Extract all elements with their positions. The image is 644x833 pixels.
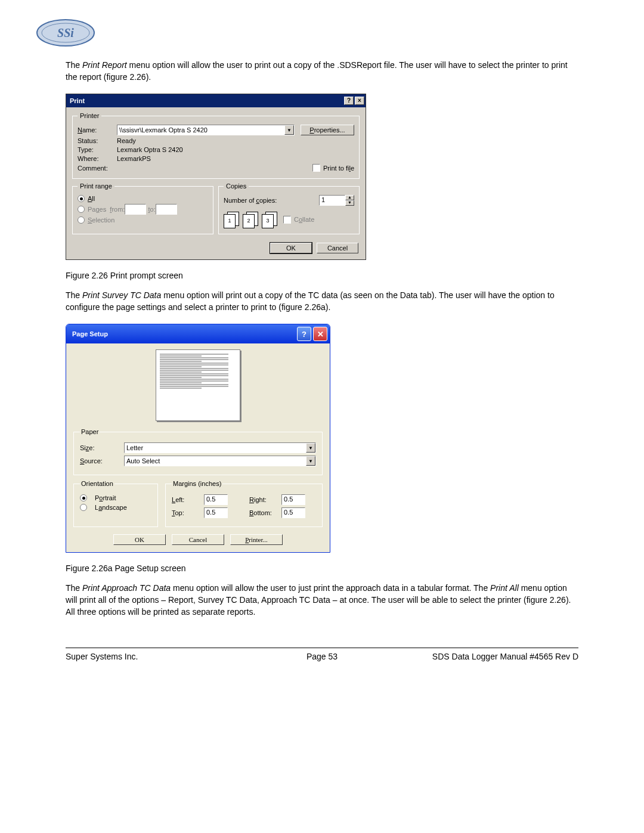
from-label: from: bbox=[110, 206, 125, 213]
right-input[interactable]: 0.5 bbox=[281, 494, 305, 505]
source-label: Source: bbox=[80, 457, 119, 465]
text: The bbox=[66, 290, 82, 300]
cancel-button[interactable]: Cancel bbox=[317, 243, 358, 253]
landscape-label: Landscape bbox=[95, 504, 127, 511]
text-emphasis: Print Approach TC Data bbox=[82, 583, 173, 593]
paper-source-combo[interactable]: Auto Select ▼ bbox=[124, 456, 316, 466]
comment-label: Comment: bbox=[78, 165, 117, 172]
top-label: Top: bbox=[172, 509, 199, 516]
range-all-label: All bbox=[88, 195, 95, 202]
paper-size-combo[interactable]: Letter ▼ bbox=[124, 442, 316, 453]
paragraph-3: The Print Approach TC Data menu option w… bbox=[66, 583, 578, 618]
print-range-group: Print range All Pages from: to: bbox=[72, 182, 213, 234]
print-dialog: Print ? × Printer Name: \\ssisvr\Lexmark… bbox=[66, 94, 366, 260]
text: The bbox=[66, 60, 82, 70]
help-icon[interactable]: ? bbox=[297, 327, 311, 341]
properties-button[interactable]: Properties... bbox=[301, 125, 354, 135]
margins-group: Margins (inches) Left: 0.5 Right: 0.5 To… bbox=[165, 480, 323, 527]
text-emphasis: Print Survey TC Data bbox=[82, 290, 161, 300]
collate-label: Collate bbox=[294, 216, 314, 223]
help-icon[interactable]: ? bbox=[344, 97, 354, 105]
where-value: LexmarkPS bbox=[117, 155, 151, 162]
ok-button[interactable]: OK bbox=[270, 243, 312, 253]
paragraph-1: The Print Report menu option will allow … bbox=[66, 60, 578, 83]
footer-left: Super Systems Inc. bbox=[66, 652, 237, 661]
collate-icon: 11 22 33 bbox=[224, 212, 277, 227]
status-value: Ready bbox=[117, 137, 136, 144]
right-label: Right: bbox=[249, 496, 277, 503]
text-emphasis: Print All bbox=[490, 583, 519, 593]
printer-button[interactable]: Printer... bbox=[230, 534, 283, 545]
collate-checkbox bbox=[283, 216, 291, 224]
spin-down-icon[interactable]: ▼ bbox=[345, 200, 354, 206]
num-copies-label: Number of copies: bbox=[224, 197, 319, 204]
dialog-title: Page Setup bbox=[72, 330, 108, 337]
where-label: Where: bbox=[78, 155, 117, 162]
landscape-radio[interactable] bbox=[80, 504, 87, 511]
chevron-down-icon[interactable]: ▼ bbox=[306, 456, 315, 466]
print-to-file-label: Print to file bbox=[323, 165, 354, 172]
copies-spinner[interactable]: 1 ▲ ▼ bbox=[319, 195, 354, 206]
company-logo: SSi bbox=[36, 18, 578, 48]
to-input[interactable] bbox=[156, 204, 177, 215]
close-icon[interactable]: × bbox=[355, 97, 364, 105]
cancel-button[interactable]: Cancel bbox=[172, 534, 224, 545]
copies-value[interactable]: 1 bbox=[319, 195, 345, 206]
page-preview bbox=[156, 349, 240, 421]
left-input[interactable]: 0.5 bbox=[204, 494, 228, 505]
from-input[interactable] bbox=[125, 204, 146, 215]
copies-legend: Copies bbox=[224, 182, 249, 190]
text: menu option will allow the user to just … bbox=[173, 583, 490, 593]
dialog-title: Print bbox=[70, 97, 85, 104]
range-pages-label: Pages bbox=[88, 206, 110, 213]
page-footer: Super Systems Inc. Page 53 SDS Data Logg… bbox=[66, 652, 578, 661]
printer-name-value: \\ssisvr\Lexmark Optra S 2420 bbox=[117, 126, 284, 134]
close-icon[interactable]: ✕ bbox=[313, 327, 327, 341]
spin-up-icon[interactable]: ▲ bbox=[345, 195, 354, 200]
bottom-label: Bottom: bbox=[249, 509, 277, 516]
range-legend: Print range bbox=[78, 182, 114, 190]
type-value: Lexmark Optra S 2420 bbox=[117, 146, 183, 153]
chevron-down-icon[interactable]: ▼ bbox=[284, 125, 294, 135]
page-setup-dialog: Page Setup ? ✕ Paper Size: Letter ▼ bbox=[66, 324, 330, 553]
paper-legend: Paper bbox=[80, 428, 100, 435]
printer-name-combo[interactable]: \\ssisvr\Lexmark Optra S 2420 ▼ bbox=[117, 125, 295, 135]
printer-group: Printer Name: \\ssisvr\Lexmark Optra S 2… bbox=[72, 112, 360, 179]
size-label: Size: bbox=[80, 444, 119, 451]
text-emphasis: Print Report bbox=[82, 60, 127, 70]
titlebar: Page Setup ? ✕ bbox=[66, 324, 330, 343]
top-input[interactable]: 0.5 bbox=[204, 507, 228, 518]
portrait-label: Portrait bbox=[95, 494, 116, 501]
range-selection-label: Selection bbox=[88, 216, 114, 224]
range-all-radio[interactable] bbox=[78, 195, 85, 202]
ok-button[interactable]: OK bbox=[113, 534, 166, 545]
copies-group: Copies Number of copies: 1 ▲ ▼ bbox=[218, 182, 360, 234]
printer-legend: Printer bbox=[78, 112, 101, 119]
figure-caption-2: Figure 2.26a Page Setup screen bbox=[66, 563, 578, 573]
chevron-down-icon[interactable]: ▼ bbox=[306, 443, 315, 453]
name-label: Name: bbox=[78, 126, 117, 134]
range-pages-radio[interactable] bbox=[78, 206, 85, 213]
svg-text:SSi: SSi bbox=[57, 26, 74, 39]
print-to-file-checkbox[interactable] bbox=[312, 164, 320, 172]
range-selection-radio bbox=[78, 216, 85, 224]
size-value: Letter bbox=[125, 444, 306, 452]
figure-caption-1: Figure 2.26 Print prompt screen bbox=[66, 271, 578, 280]
footer-divider bbox=[66, 648, 578, 648]
status-label: Status: bbox=[78, 137, 117, 144]
orientation-legend: Orientation bbox=[80, 480, 114, 487]
text: The bbox=[66, 583, 82, 593]
paragraph-2: The Print Survey TC Data menu option wil… bbox=[66, 290, 578, 313]
footer-right: SDS Data Logger Manual #4565 Rev D bbox=[407, 652, 578, 661]
orientation-group: Orientation Portrait Landscape bbox=[73, 480, 158, 527]
source-value: Auto Select bbox=[125, 457, 306, 465]
titlebar: Print ? × bbox=[66, 94, 366, 107]
paper-group: Paper Size: Letter ▼ Source: Auto Select… bbox=[73, 428, 323, 475]
text: menu option will allow the user to print… bbox=[66, 60, 568, 82]
margins-legend: Margins (inches) bbox=[172, 480, 222, 487]
type-label: Type: bbox=[78, 146, 117, 153]
bottom-input[interactable]: 0.5 bbox=[281, 507, 305, 518]
portrait-radio[interactable] bbox=[80, 494, 87, 501]
footer-center: Page 53 bbox=[237, 652, 408, 661]
to-label: to: bbox=[146, 206, 155, 213]
